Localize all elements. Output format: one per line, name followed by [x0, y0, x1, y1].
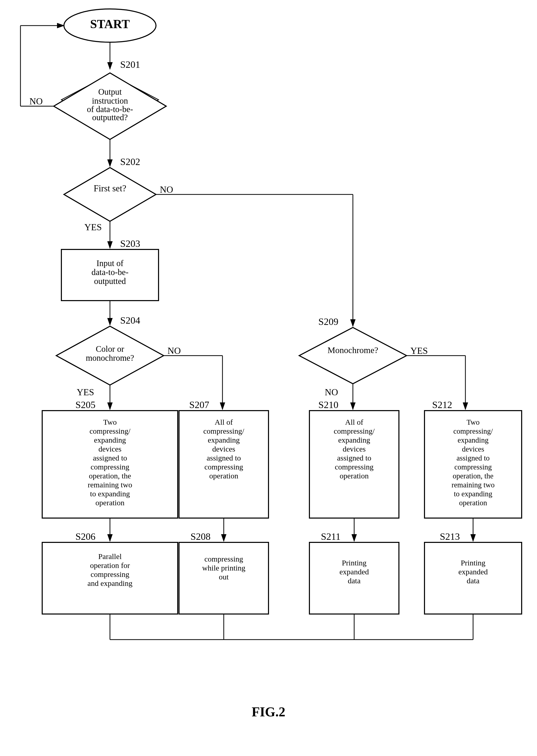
- svg-text:All of: All of: [215, 418, 233, 426]
- svg-text:Input of: Input of: [97, 259, 123, 268]
- svg-text:Two: Two: [103, 418, 117, 426]
- s207-label: S207: [189, 399, 209, 410]
- svg-text:instruction: instruction: [92, 96, 128, 106]
- svg-text:remaining two: remaining two: [452, 481, 495, 489]
- svg-text:First set?: First set?: [94, 183, 126, 194]
- svg-text:of data-to-be-: of data-to-be-: [87, 105, 133, 114]
- yes-s209: YES: [410, 346, 428, 356]
- svg-text:remaining two: remaining two: [88, 480, 132, 489]
- svg-text:compressing: compressing: [204, 555, 243, 563]
- svg-text:compressing: compressing: [335, 463, 374, 471]
- svg-text:out: out: [219, 573, 229, 581]
- svg-text:data: data: [348, 576, 360, 585]
- no-s209: NO: [325, 387, 338, 397]
- svg-text:monochrome?: monochrome?: [86, 353, 134, 363]
- svg-text:expanded: expanded: [340, 567, 369, 576]
- svg-text:operation, the: operation, the: [453, 472, 493, 480]
- svg-text:devices: devices: [462, 445, 484, 453]
- svg-text:devices: devices: [343, 445, 366, 453]
- svg-text:Output: Output: [98, 87, 122, 97]
- svg-text:compressing: compressing: [204, 463, 243, 471]
- s201-label: S201: [120, 59, 140, 70]
- svg-text:compressing/: compressing/: [203, 427, 244, 435]
- svg-text:compressing: compressing: [454, 463, 492, 471]
- svg-text:assigned to: assigned to: [93, 454, 127, 462]
- svg-text:outputted?: outputted?: [92, 113, 128, 122]
- s213-label: S213: [440, 531, 460, 542]
- svg-text:operation: operation: [95, 498, 124, 507]
- no-s202: NO: [160, 185, 173, 195]
- s212-label: S212: [432, 399, 452, 410]
- yes-s202: YES: [84, 222, 102, 232]
- fig-label: FIG.2: [252, 705, 285, 719]
- s204-label: S204: [120, 315, 140, 326]
- no-s204: NO: [168, 346, 181, 356]
- svg-text:while printing: while printing: [202, 564, 245, 572]
- svg-text:outputted: outputted: [94, 277, 126, 286]
- svg-text:Color or: Color or: [96, 344, 124, 354]
- svg-text:expanding: expanding: [208, 436, 240, 444]
- svg-text:devices: devices: [212, 445, 235, 453]
- start-label: START: [90, 17, 130, 31]
- s209-label: S209: [318, 316, 338, 327]
- svg-text:expanded: expanded: [459, 567, 488, 576]
- svg-text:Parallel: Parallel: [98, 552, 122, 560]
- svg-text:to expanding: to expanding: [454, 490, 492, 498]
- svg-text:compressing/: compressing/: [453, 427, 493, 435]
- svg-text:Printing: Printing: [342, 558, 367, 567]
- svg-text:compressing/: compressing/: [90, 427, 131, 435]
- svg-marker-13: [64, 167, 156, 221]
- svg-text:assigned to: assigned to: [456, 454, 490, 462]
- svg-text:and expanding: and expanding: [87, 579, 133, 587]
- svg-text:compressing: compressing: [91, 570, 129, 578]
- s206-label: S206: [75, 531, 95, 542]
- svg-text:All of: All of: [345, 418, 363, 426]
- s208-label: S208: [190, 531, 210, 542]
- svg-text:Printing: Printing: [461, 558, 486, 567]
- svg-text:assigned to: assigned to: [337, 454, 371, 462]
- svg-text:operation: operation: [459, 499, 487, 507]
- yes-s204: YES: [77, 387, 94, 397]
- svg-text:operation for: operation for: [90, 561, 130, 569]
- svg-text:assigned to: assigned to: [207, 454, 241, 462]
- s203-label: S203: [120, 238, 140, 249]
- svg-text:compressing/: compressing/: [334, 427, 375, 435]
- svg-text:operation, the: operation, the: [89, 471, 131, 480]
- svg-text:expanding: expanding: [338, 436, 370, 444]
- s205-label: S205: [75, 399, 95, 410]
- svg-text:Monochrome?: Monochrome?: [328, 345, 378, 355]
- svg-text:data: data: [467, 576, 479, 585]
- svg-text:expanding: expanding: [458, 436, 489, 444]
- svg-text:compressing: compressing: [91, 463, 129, 471]
- s202-label: S202: [120, 156, 140, 167]
- svg-marker-59: [299, 328, 407, 384]
- svg-text:data-to-be-: data-to-be-: [92, 268, 129, 277]
- svg-text:devices: devices: [99, 445, 121, 453]
- s210-label: S210: [318, 399, 338, 410]
- svg-text:operation: operation: [340, 471, 368, 480]
- svg-text:Two: Two: [467, 418, 479, 426]
- svg-text:operation: operation: [209, 471, 238, 480]
- flowchart-diagram: START S201 Output instruction of data-to…: [0, 0, 537, 729]
- svg-text:to expanding: to expanding: [90, 489, 130, 498]
- s211-label: S211: [321, 531, 341, 542]
- no-s201: NO: [29, 96, 43, 107]
- svg-text:expanding: expanding: [94, 436, 126, 444]
